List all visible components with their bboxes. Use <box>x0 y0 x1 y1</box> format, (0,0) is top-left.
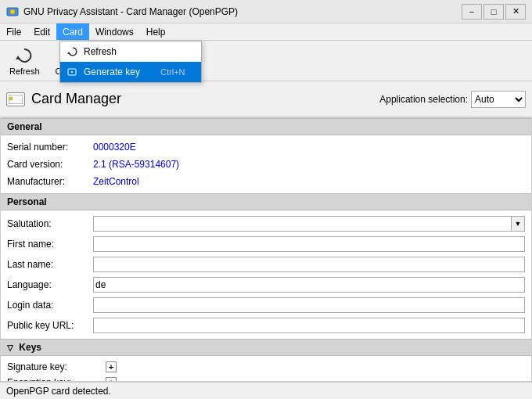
restore-button[interactable]: □ <box>483 4 504 20</box>
manufacturer-label: Manufacturer: <box>7 176 93 187</box>
close-button[interactable]: ✕ <box>505 4 526 20</box>
main-content: General Serial number: 0000320E Card ver… <box>0 117 532 382</box>
menu-edit[interactable]: Edit <box>27 23 56 40</box>
card-version-value: 2.1 (RSA-59314607) <box>93 159 179 170</box>
page-title: Card Manager <box>31 91 379 107</box>
field-row-serial-number: Serial number: 0000320E <box>1 138 531 156</box>
language-input[interactable] <box>93 277 525 293</box>
keys-section-header: ▽ Keys <box>1 339 531 356</box>
first-name-label: First name: <box>7 239 93 250</box>
card-dropdown-menu: Refresh Generate key Ctrl+N <box>59 41 202 83</box>
refresh-menu-icon <box>66 45 79 58</box>
app-selection-dropdown[interactable]: Auto <box>471 91 526 108</box>
personal-section-header: Personal <box>1 193 531 210</box>
field-row-card-version: Card version: 2.1 (RSA-59314607) <box>1 156 531 173</box>
menu-item-generate-key[interactable]: Generate key Ctrl+N <box>60 62 201 82</box>
field-row-login-data: Login data: <box>1 295 531 315</box>
menu-help[interactable]: Help <box>140 23 172 40</box>
keys-collapse-icon: ▽ <box>7 343 13 352</box>
menu-windows[interactable]: Windows <box>89 23 140 40</box>
field-row-public-key-url: Public key URL: <box>1 315 531 336</box>
content-header: Card Manager Application selection: Auto <box>0 81 532 117</box>
general-section-header: General <box>1 118 531 135</box>
title-bar: GNU Privacy Assistant - Card Manager (Op… <box>0 0 532 23</box>
card-header-icon <box>6 92 25 106</box>
public-key-url-label: Public key URL: <box>7 320 93 331</box>
menu-card[interactable]: Card <box>56 23 89 40</box>
menu-item-refresh[interactable]: Refresh <box>60 41 201 62</box>
login-data-input[interactable] <box>93 297 525 313</box>
app-selection-label: Application selection: <box>379 94 468 105</box>
generate-key-menu-icon <box>66 66 79 78</box>
refresh-icon <box>15 46 34 65</box>
menu-file[interactable]: File <box>0 23 27 40</box>
svg-rect-13 <box>9 97 13 100</box>
minimize-button[interactable]: − <box>462 4 482 20</box>
field-row-manufacturer: Manufacturer: ZeitControl <box>1 173 531 190</box>
field-row-first-name: First name: <box>1 234 531 254</box>
last-name-label: Last name: <box>7 259 93 270</box>
key-row-encryption: Encryption key: + <box>1 375 531 382</box>
language-label: Language: <box>7 279 93 290</box>
status-bar: OpenPGP card detected. <box>0 382 532 399</box>
generate-key-label: Generate key <box>84 66 140 77</box>
salutation-field: ▼ <box>93 216 525 232</box>
public-key-url-input[interactable] <box>93 318 525 333</box>
svg-marker-6 <box>16 56 20 59</box>
card-version-label: Card version: <box>7 159 93 170</box>
toolbar-refresh-button[interactable]: Refresh <box>3 43 46 79</box>
keys-fields: Signature key: + Encryption key: + Authe… <box>1 356 531 382</box>
field-row-salutation: Salutation: ▼ <box>1 214 531 234</box>
signature-key-expand[interactable]: + <box>106 361 117 372</box>
menu-bar: File Edit Card Windows Help Refresh Gen <box>0 23 532 41</box>
login-data-label: Login data: <box>7 300 93 311</box>
app-icon <box>6 5 19 18</box>
manufacturer-value: ZeitControl <box>93 176 139 187</box>
status-text: OpenPGP card detected. <box>6 386 111 397</box>
salutation-label: Salutation: <box>7 218 93 229</box>
first-name-input[interactable] <box>93 236 525 252</box>
field-row-last-name: Last name: <box>1 254 531 275</box>
svg-point-1 <box>10 9 15 14</box>
salutation-input[interactable] <box>93 216 511 232</box>
personal-fields: Salutation: ▼ First name: Last name: Lan… <box>1 210 531 339</box>
field-row-language: Language: <box>1 275 531 295</box>
general-fields: Serial number: 0000320E Card version: 2.… <box>1 135 531 193</box>
keys-section-label: Keys <box>19 342 41 353</box>
window-title: GNU Privacy Assistant - Card Manager (Op… <box>23 6 462 17</box>
refresh-label: Refresh <box>84 46 117 57</box>
salutation-dropdown-button[interactable]: ▼ <box>511 216 525 232</box>
svg-marker-2 <box>67 52 70 54</box>
refresh-button-label: Refresh <box>9 66 40 76</box>
generate-key-shortcut: Ctrl+N <box>145 67 185 77</box>
signature-key-label: Signature key: <box>7 361 101 372</box>
window-controls: − □ ✕ <box>462 4 526 20</box>
serial-number-value: 0000320E <box>93 142 136 153</box>
last-name-input[interactable] <box>93 257 525 272</box>
key-row-signature: Signature key: + <box>1 359 531 375</box>
serial-number-label: Serial number: <box>7 142 93 153</box>
